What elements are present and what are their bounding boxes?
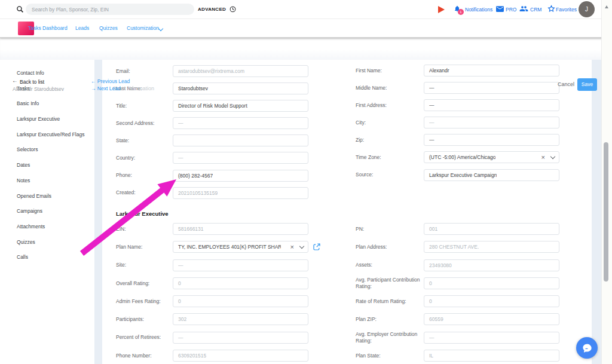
sidebar-item-larkspur-executive[interactable]: Larkspur Executive bbox=[0, 112, 94, 127]
field-label: Created: bbox=[116, 189, 173, 196]
chevron-down-icon[interactable] bbox=[299, 244, 304, 249]
cancel-button[interactable]: Cancel bbox=[558, 81, 574, 87]
sidebar-item-attachments[interactable]: Attachments bbox=[0, 219, 94, 235]
field-input[interactable]: × bbox=[173, 134, 308, 146]
field-label: Title: bbox=[116, 103, 173, 109]
save-button[interactable]: Save bbox=[577, 78, 597, 91]
form-row: Admin Fees Rating: 0 × bbox=[116, 295, 320, 307]
crm-people-icon[interactable] bbox=[519, 5, 528, 12]
field-label: Second Address: bbox=[116, 120, 173, 127]
field-input[interactable]: Director of Risk Model Support × bbox=[173, 100, 308, 112]
avatar[interactable]: J bbox=[579, 1, 595, 17]
play-icon[interactable] bbox=[438, 6, 445, 13]
chevron-down-icon[interactable] bbox=[550, 154, 555, 159]
sidebar-item-quizzes[interactable]: Quizzes bbox=[0, 235, 94, 250]
field-input[interactable]: — × bbox=[424, 134, 559, 146]
field-label: Middle Name: bbox=[356, 85, 424, 91]
field-value: 001 bbox=[429, 226, 437, 232]
nav-leads[interactable]: Leads bbox=[75, 25, 89, 31]
field-value: — bbox=[178, 262, 183, 268]
field-input[interactable]: (800) 282-4567 × bbox=[173, 170, 308, 182]
form-row: City: — × bbox=[356, 117, 559, 129]
sidebar-item-calls[interactable]: Calls bbox=[0, 250, 94, 265]
nav-tasks-dashboard[interactable]: Tasks Dashboard bbox=[28, 25, 68, 31]
field-value: Alexandr bbox=[429, 68, 449, 74]
field-label: Country: bbox=[116, 155, 173, 161]
scrollbar-up-arrow[interactable] bbox=[605, 5, 608, 8]
field-value: 60559 bbox=[429, 316, 443, 322]
field-input: 581666131 × bbox=[173, 223, 308, 235]
search-input[interactable] bbox=[26, 4, 194, 15]
form-row: Overall Rating: 0 × bbox=[116, 277, 320, 289]
field-label: Zip: bbox=[356, 137, 424, 143]
clear-icon[interactable]: × bbox=[541, 154, 545, 161]
sidebar-item-notes[interactable]: Notes bbox=[0, 173, 94, 189]
field-input[interactable]: Starodubtsev × bbox=[173, 82, 308, 94]
form-row: Time Zone: (UTC -5:00) America/Chicago × bbox=[356, 151, 559, 163]
scrollbar-track[interactable] bbox=[601, 0, 612, 364]
field-input: 0 × bbox=[173, 295, 308, 307]
back-to-list-link[interactable]: Back to list bbox=[20, 79, 44, 85]
topbar: ADVANCED 1 Notifications PRO CRM Favorit… bbox=[0, 0, 612, 19]
field-input[interactable]: Alexandr × bbox=[424, 65, 559, 77]
form-row: State: × bbox=[116, 134, 308, 146]
field-value: 0 bbox=[178, 280, 181, 286]
crm-button[interactable]: CRM bbox=[530, 7, 541, 13]
previous-lead-link[interactable]: ← Previous Lead bbox=[91, 78, 130, 84]
sidebar-item-opened-emails[interactable]: Opened Emails bbox=[0, 189, 94, 204]
field-label: First Address: bbox=[356, 102, 424, 109]
field-label: Plan State: bbox=[356, 353, 424, 359]
form-row: Title: Director of Risk Model Support × bbox=[116, 100, 308, 112]
field-input: astarodubtsev@rixtrema.com × bbox=[173, 65, 308, 77]
notifications-button[interactable]: Notifications bbox=[465, 7, 492, 13]
field-value: (UTC -5:00) America/Chicago bbox=[429, 154, 495, 160]
field-input: 0 × bbox=[424, 295, 559, 307]
field-value: IL bbox=[429, 353, 433, 359]
form-row: EIN: 581666131 × bbox=[116, 223, 320, 235]
field-value: — bbox=[178, 120, 183, 126]
field-input[interactable]: Larkspur Executive Campaign × bbox=[424, 169, 559, 181]
chat-bubble-icon bbox=[582, 342, 593, 354]
field-value: 0 bbox=[429, 298, 432, 304]
larkspur-right-column: PN: 001 × Plan Address: 280 CHEST bbox=[356, 223, 559, 364]
sidebar-item-basic-info[interactable]: Basic Info bbox=[0, 96, 94, 112]
nav-quizzes[interactable]: Quizzes bbox=[99, 25, 118, 31]
form-row: Middle Name: — × bbox=[356, 82, 559, 94]
sidebar-item-larkspur-executive-red-flags[interactable]: Larkspur Executive/Red Flags bbox=[0, 127, 94, 143]
field-label: City: bbox=[356, 120, 424, 126]
basic-info-right-column: First Name: Alexandr × Middle Name: bbox=[356, 65, 559, 186]
chat-fab-button[interactable] bbox=[576, 337, 598, 359]
sidebar-item-dates[interactable]: Dates bbox=[0, 158, 94, 173]
field-input[interactable]: — × bbox=[424, 99, 559, 111]
field-input[interactable]: TY, INC. EMPLOYEES 401(K) PROFIT SHARING… bbox=[173, 241, 308, 253]
next-lead-link[interactable]: → Next Lead bbox=[91, 85, 121, 91]
field-input[interactable]: (UTC -5:00) America/Chicago × bbox=[424, 151, 559, 163]
field-input: — × bbox=[173, 259, 308, 271]
form-row: Email: astarodubtsev@rixtrema.com × bbox=[116, 65, 308, 77]
field-value: Director of Risk Model Support bbox=[178, 103, 247, 109]
field-label: Time Zone: bbox=[356, 154, 424, 161]
field-value: 302 bbox=[178, 316, 186, 322]
favorites-button[interactable]: Favorites bbox=[556, 7, 577, 13]
form-row: Country: — × bbox=[116, 152, 308, 164]
sidebar-item-campaigns[interactable]: Campaigns bbox=[0, 204, 94, 219]
clear-icon[interactable]: × bbox=[290, 244, 294, 250]
favorites-star-icon[interactable] bbox=[547, 5, 555, 13]
form-row: Zip: — × bbox=[356, 134, 559, 146]
form-row: Avg. Employer Contribution Rating: — × bbox=[356, 332, 559, 344]
advanced-search-button[interactable]: ADVANCED bbox=[198, 7, 226, 12]
larkspur-section-title: Larkspur Executive bbox=[116, 210, 169, 217]
back-arrow-icon[interactable]: ← bbox=[12, 77, 18, 84]
field-input[interactable]: — × bbox=[424, 82, 559, 94]
chevron-down-icon[interactable] bbox=[158, 26, 163, 31]
pro-button[interactable]: PRO bbox=[506, 7, 516, 13]
form-row: Assets: 23493080 × bbox=[356, 259, 559, 271]
scrollbar-thumb[interactable] bbox=[604, 142, 608, 282]
field-value: Larkspur Executive Campaign bbox=[429, 172, 497, 178]
pro-envelope-icon[interactable] bbox=[496, 6, 504, 12]
clock-icon[interactable] bbox=[230, 6, 236, 13]
sidebar-item-selectors[interactable]: Selectors bbox=[0, 142, 94, 158]
nav-customization[interactable]: Customization bbox=[127, 25, 159, 31]
external-link-icon[interactable] bbox=[313, 243, 320, 250]
field-label: State: bbox=[116, 137, 173, 144]
